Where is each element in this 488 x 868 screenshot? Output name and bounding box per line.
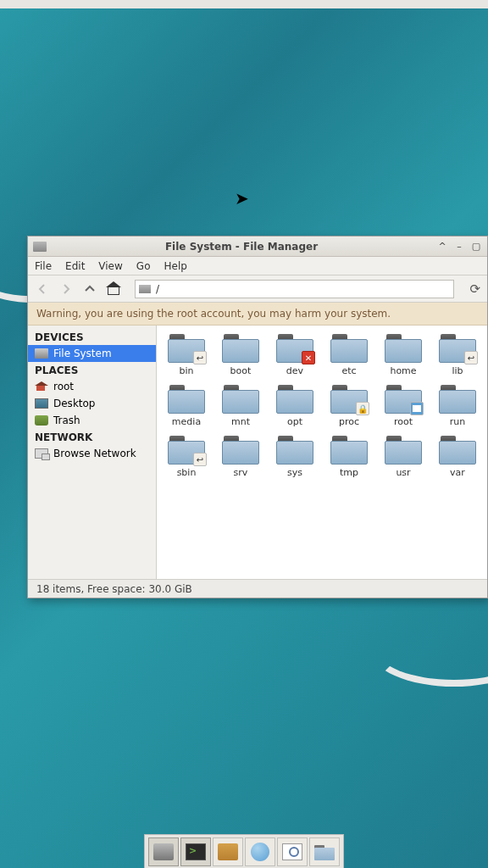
up-button[interactable] — [82, 281, 97, 297]
folder-opt[interactable]: opt — [269, 383, 321, 429]
folder-icon — [276, 436, 313, 465]
folder-srv[interactable]: srv — [214, 434, 267, 480]
home-button[interactable] — [106, 281, 121, 297]
taskbar-web-browser[interactable] — [245, 837, 275, 866]
folder-sys[interactable]: sys — [269, 434, 321, 480]
sidebar-item-label: Desktop — [53, 398, 96, 409]
folder-icon — [222, 334, 259, 363]
sidebar-item-label: Browse Network — [53, 448, 136, 459]
folder-icon: 🔒 — [330, 385, 368, 414]
forward-button[interactable] — [58, 281, 74, 297]
folder-icon — [439, 436, 476, 465]
folder-bin[interactable]: ↩bin — [160, 332, 213, 378]
folder-label: srv — [234, 467, 248, 478]
lock-badge-icon: 🔒 — [356, 402, 369, 415]
sidebar-item-label: File System — [53, 348, 112, 359]
sidebar-item-label: root — [53, 381, 74, 392]
back-button[interactable] — [35, 281, 50, 297]
folder-usr[interactable]: usr — [377, 434, 430, 480]
drive-icon — [139, 285, 151, 293]
folder-icon — [330, 436, 368, 465]
folder-icon — [276, 385, 313, 414]
window-title: File System - File Manager — [52, 241, 431, 253]
folder-boot[interactable]: boot — [214, 332, 267, 378]
sidebar-item-trash[interactable]: Trash — [28, 412, 156, 429]
sidebar-header: DEVICES — [28, 329, 156, 345]
folder-run[interactable]: run — [431, 383, 484, 429]
error-badge-icon: ✕ — [302, 351, 315, 364]
menu-go[interactable]: Go — [136, 260, 151, 272]
sidebar-item-root[interactable]: root — [28, 378, 156, 395]
folder-label: sys — [287, 467, 302, 478]
folder-label: mnt — [231, 416, 250, 427]
folder-icon — [168, 385, 205, 414]
maximize-button[interactable]: ▢ — [470, 241, 482, 253]
folder-label: proc — [339, 416, 359, 427]
folder-view[interactable]: ↩binboot✕devetchome↩libmediamntopt🔒procr… — [157, 326, 487, 579]
trash-icon — [35, 415, 48, 426]
folder-label: dev — [286, 365, 303, 376]
path-text: / — [156, 283, 159, 295]
link-badge-icon: ↩ — [464, 351, 478, 364]
minimize-button[interactable]: – — [453, 241, 465, 253]
folder-label: etc — [341, 365, 356, 376]
sidebar-item-file-system[interactable]: File System — [28, 345, 156, 362]
file-manager-window: File System - File Manager ^ – ▢ File Ed… — [27, 236, 488, 598]
home-icon — [35, 381, 48, 392]
folder-label: root — [394, 416, 413, 427]
root-warning: Warning, you are using the root account,… — [28, 303, 487, 326]
disk-icon — [153, 843, 174, 860]
folder-dev[interactable]: ✕dev — [269, 332, 321, 378]
address-bar[interactable]: / — [135, 280, 454, 298]
folder-tmp[interactable]: tmp — [323, 434, 375, 480]
folder-mnt[interactable]: mnt — [214, 383, 267, 429]
titlebar[interactable]: File System - File Manager ^ – ▢ — [28, 236, 487, 257]
sidebar-item-desktop[interactable]: Desktop — [28, 395, 156, 412]
menu-edit[interactable]: Edit — [65, 260, 85, 272]
globe-icon — [251, 843, 269, 861]
folder-label: lib — [452, 365, 463, 376]
panel-top — [0, 0, 488, 8]
sidebar-item-browse-network[interactable]: Browse Network — [28, 445, 156, 462]
folder-label: home — [390, 365, 416, 376]
net-icon — [35, 448, 48, 459]
folder-icon — [222, 436, 259, 465]
menu-file[interactable]: File — [35, 260, 52, 272]
menu-view[interactable]: View — [98, 260, 122, 272]
taskbar-folder[interactable] — [309, 837, 340, 866]
folder-home[interactable]: home — [377, 332, 430, 378]
wallpaper-swoosh — [369, 610, 488, 687]
folder-lib[interactable]: ↩lib — [431, 332, 484, 378]
term-icon — [186, 843, 206, 860]
folder-label: run — [450, 416, 465, 427]
folder-icon: ↩ — [168, 436, 205, 465]
folder-icon — [222, 385, 259, 414]
folder-etc[interactable]: etc — [323, 332, 375, 378]
refresh-button[interactable]: ⟳ — [469, 281, 480, 297]
taskbar-search[interactable] — [277, 837, 308, 866]
statusbar: 18 items, Free space: 30.0 GiB — [28, 579, 487, 598]
rollup-button[interactable]: ^ — [436, 241, 448, 253]
sidebar: DEVICESFile SystemPLACESrootDesktopTrash… — [28, 326, 157, 579]
cursor-icon: ➤ — [235, 188, 249, 209]
taskbar-terminal[interactable] — [180, 837, 211, 866]
folder-icon: ↩ — [168, 334, 205, 363]
disk-icon — [35, 348, 48, 359]
sidebar-item-label: Trash — [53, 415, 80, 426]
menubar: File Edit View Go Help — [28, 257, 487, 275]
folder-sbin[interactable]: ↩sbin — [160, 434, 213, 480]
taskbar-file-manager[interactable] — [148, 837, 179, 866]
menu-help[interactable]: Help — [164, 260, 186, 272]
folder-media[interactable]: media — [160, 383, 213, 429]
toolbar: / ⟳ — [28, 275, 487, 303]
folder-label: var — [450, 467, 465, 478]
folder-icon — [385, 436, 422, 465]
sidebar-header: NETWORK — [28, 429, 156, 445]
folder-root[interactable]: root — [377, 383, 430, 429]
window-icon — [33, 242, 47, 252]
taskbar-files[interactable] — [213, 837, 243, 866]
folder-var[interactable]: var — [431, 434, 484, 480]
folder-proc[interactable]: 🔒proc — [323, 383, 375, 429]
folder-icon — [330, 334, 368, 363]
fold-icon — [314, 843, 335, 860]
